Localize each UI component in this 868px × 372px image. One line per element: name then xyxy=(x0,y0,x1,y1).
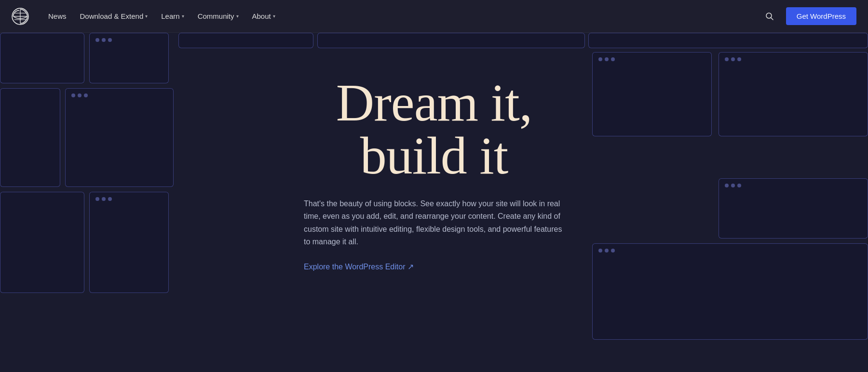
block-decoration xyxy=(65,88,174,187)
chevron-down-icon: ▾ xyxy=(236,13,239,19)
main-nav: News Download & Extend ▾ Learn ▾ Communi… xyxy=(0,0,868,33)
explore-editor-link[interactable]: Explore the WordPress Editor ↗ xyxy=(294,262,574,271)
block-decoration xyxy=(0,88,60,187)
block-decoration xyxy=(719,178,868,239)
block-decoration xyxy=(0,33,84,83)
nav-item-learn[interactable]: Learn ▾ xyxy=(155,8,190,24)
hero-headline: Dream it, build it xyxy=(294,76,574,182)
chevron-down-icon: ▾ xyxy=(273,13,275,19)
block-decoration xyxy=(0,192,84,293)
block-decoration xyxy=(592,52,712,136)
block-decoration xyxy=(178,33,313,48)
nav-item-community[interactable]: Community ▾ xyxy=(192,8,244,24)
hero-subtext: That's the beauty of using blocks. See e… xyxy=(294,198,574,249)
chevron-down-icon: ▾ xyxy=(145,13,148,19)
nav-item-news[interactable]: News xyxy=(42,8,72,24)
hero-content: Dream it, build it That's the beauty of … xyxy=(294,33,574,271)
nav-right: Get WordPress xyxy=(761,7,856,25)
block-decoration xyxy=(719,52,868,136)
block-decoration xyxy=(89,192,169,293)
hero-section: Dream it, build it That's the beauty of … xyxy=(0,0,868,372)
block-decoration xyxy=(89,33,169,83)
wordpress-logo[interactable] xyxy=(12,8,29,25)
search-icon xyxy=(765,12,774,21)
block-decoration xyxy=(588,33,868,48)
nav-links: News Download & Extend ▾ Learn ▾ Communi… xyxy=(42,8,761,24)
search-button[interactable] xyxy=(761,8,778,25)
block-decoration xyxy=(592,243,868,340)
nav-item-download[interactable]: Download & Extend ▾ xyxy=(74,8,154,24)
get-wordpress-button[interactable]: Get WordPress xyxy=(786,7,856,25)
nav-item-about[interactable]: About ▾ xyxy=(246,8,281,24)
chevron-down-icon: ▾ xyxy=(182,13,184,19)
